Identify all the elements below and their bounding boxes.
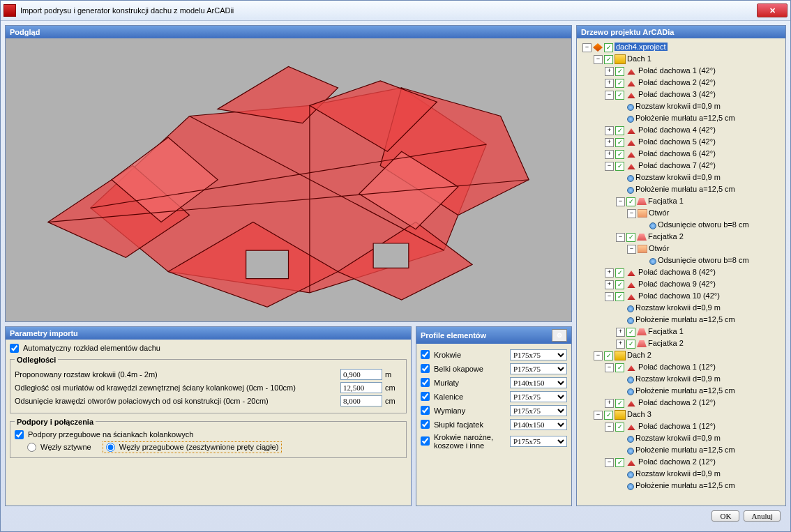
tree-checkbox[interactable]: ✓ <box>626 197 635 206</box>
expand-toggle[interactable]: − <box>605 91 614 100</box>
expand-toggle[interactable]: − <box>616 233 625 242</box>
expand-toggle[interactable]: − <box>605 162 614 171</box>
tree-checkbox[interactable]: ✓ <box>615 126 624 135</box>
expand-toggle[interactable]: + <box>605 126 614 135</box>
profile-checkbox-label[interactable]: Belki okapowe <box>421 364 506 373</box>
tree-checkbox[interactable]: ✓ <box>615 363 624 372</box>
tree-node[interactable]: Dach 2 <box>627 351 651 359</box>
tree-node[interactable]: Położenie murłatu a=12,5 cm <box>635 114 735 122</box>
tree-checkbox[interactable]: ✓ <box>615 399 624 408</box>
tree-checkbox[interactable]: ✓ <box>626 340 635 349</box>
tree-node[interactable]: Połać dachowa 2 (12°) <box>638 398 716 406</box>
tree-node[interactable]: Położenie murłatu a=12,5 cm <box>635 315 735 324</box>
expand-toggle[interactable]: − <box>605 423 614 432</box>
tree-checkbox[interactable]: ✓ <box>615 150 624 159</box>
opening-offset-input[interactable] <box>340 395 382 406</box>
tree-node[interactable]: Połać dachowa 1 (12°) <box>638 422 716 430</box>
expand-toggle[interactable]: + <box>605 280 614 289</box>
profile-select[interactable]: P175x75 <box>510 391 567 402</box>
tree-node[interactable]: Położenie murłatu a=12,5 cm <box>635 446 735 454</box>
expand-toggle[interactable]: − <box>605 292 614 301</box>
tree-checkbox[interactable]: ✓ <box>604 55 613 64</box>
tree-node[interactable]: Dach 3 <box>627 410 651 418</box>
tree-node[interactable]: Facjatka 1 <box>648 197 684 205</box>
tree-checkbox[interactable]: ✓ <box>615 91 624 100</box>
expand-toggle[interactable]: + <box>605 79 614 88</box>
expand-toggle[interactable]: − <box>616 197 625 206</box>
tree-node[interactable]: Rozstaw krokwii d=0,9 m <box>635 469 721 478</box>
profile-checkbox-label[interactable]: Słupki facjatek <box>421 420 506 429</box>
close-button[interactable]: ✕ <box>757 3 788 17</box>
tree-node[interactable]: Połać dachowa 10 (42°) <box>638 291 720 300</box>
tree-checkbox[interactable]: ✓ <box>604 43 613 52</box>
expand-toggle[interactable]: + <box>605 268 614 278</box>
hinged-supports-row[interactable]: Podpory przegubowe na ściankach kolankow… <box>15 430 402 439</box>
expand-toggle[interactable]: − <box>594 351 603 360</box>
expand-toggle[interactable]: + <box>605 67 614 76</box>
profile-select[interactable]: P175x75 <box>510 363 567 374</box>
expand-toggle[interactable]: − <box>605 363 614 372</box>
expand-toggle[interactable]: + <box>605 138 614 147</box>
expand-toggle[interactable]: − <box>582 43 592 52</box>
tree-node[interactable]: Połać dachowa 1 (12°) <box>638 363 716 371</box>
profile-checkbox-label[interactable]: Kalenice <box>421 392 506 401</box>
tree-node[interactable]: Połać dachowa 6 (42°) <box>638 149 716 158</box>
tree-node[interactable]: Połać dachowa 9 (42°) <box>638 280 716 288</box>
expand-toggle[interactable]: − <box>627 209 636 218</box>
auto-layout-checkbox-row[interactable]: Automatyczny rozkład elementów dachu <box>10 344 407 353</box>
hinged-supports-checkbox[interactable] <box>15 430 24 439</box>
tree-checkbox[interactable]: ✓ <box>615 423 624 432</box>
profile-checkbox[interactable] <box>421 406 430 415</box>
ok-button[interactable]: OK <box>711 510 739 522</box>
tree-node[interactable]: Odsunięcie otworu b=8 cm <box>658 256 749 264</box>
tree-node[interactable]: Połać dachowa 5 (42°) <box>638 137 716 146</box>
tree-node[interactable]: Rozstaw krokwii d=0,9 m <box>635 303 721 312</box>
tree-node[interactable]: Położenie murłatu a=12,5 cm <box>635 386 735 395</box>
tree-node[interactable]: Facjatka 2 <box>648 232 684 241</box>
profile-select[interactable]: P175x75 <box>510 436 567 447</box>
tree-node[interactable]: Rozstaw krokwii d=0,9 m <box>635 102 721 110</box>
expand-toggle[interactable]: − <box>594 411 603 420</box>
expand-toggle[interactable]: + <box>616 340 625 349</box>
tree-node[interactable]: Odsunięcie otworu b=8 cm <box>658 220 749 229</box>
profile-checkbox-label[interactable]: Krokwie narożne, koszowe i inne <box>421 433 506 450</box>
expand-toggle[interactable]: + <box>605 150 614 159</box>
profile-checkbox-label[interactable]: Murłaty <box>421 378 506 387</box>
tree-node[interactable]: Połać dachowa 7 (42°) <box>638 161 716 169</box>
profile-select[interactable]: P175x75 <box>510 349 567 360</box>
tree-node[interactable]: Otwór <box>649 208 669 217</box>
expand-toggle[interactable]: − <box>627 245 636 254</box>
profile-checkbox[interactable] <box>421 436 430 446</box>
auto-layout-checkbox[interactable] <box>10 344 19 353</box>
profile-checkbox[interactable] <box>421 420 430 429</box>
profile-select[interactable]: P140x150 <box>510 377 567 388</box>
tree-checkbox[interactable]: ✓ <box>615 138 624 147</box>
tree-checkbox[interactable]: ✓ <box>604 411 613 420</box>
profile-checkbox[interactable] <box>421 350 430 359</box>
tree-checkbox[interactable]: ✓ <box>626 233 635 242</box>
tree-node[interactable]: Położenie murłatu a=12,5 cm <box>635 185 735 193</box>
hinged-nodes-option[interactable]: Węzły przegubowe (zesztywnione pręty cią… <box>103 441 282 453</box>
tree-checkbox[interactable]: ✓ <box>615 162 624 171</box>
profile-select[interactable]: P175x75 <box>510 405 567 416</box>
tree-node[interactable]: Rozstaw krokwii d=0,9 m <box>635 434 721 442</box>
preview-viewport[interactable] <box>6 38 571 321</box>
cancel-button[interactable]: Anuluj <box>744 510 781 522</box>
expand-toggle[interactable]: − <box>594 55 603 64</box>
tree-node[interactable]: Połać dachowa 1 (42°) <box>638 66 716 75</box>
tree-node[interactable]: Dach 1 <box>627 54 651 63</box>
tree-node[interactable]: Facjatka 2 <box>648 339 684 347</box>
tree-node[interactable]: Połać dachowa 3 (42°) <box>638 90 716 98</box>
tree-node[interactable]: Połać dachowa 8 (42°) <box>638 268 716 276</box>
wallplate-distance-input[interactable] <box>340 382 382 393</box>
expand-toggle[interactable]: + <box>605 399 614 408</box>
expand-toggle[interactable]: + <box>616 328 625 337</box>
tree-checkbox[interactable]: ✓ <box>615 268 624 278</box>
profile-checkbox[interactable] <box>421 378 430 387</box>
profile-select[interactable]: P140x150 <box>510 419 567 430</box>
project-tree[interactable]: −✓dach4.xproject −✓Dach 1 +✓Połać dachow… <box>577 38 785 506</box>
tree-checkbox[interactable]: ✓ <box>615 292 624 301</box>
tree-checkbox[interactable]: ✓ <box>615 458 624 467</box>
tree-checkbox[interactable]: ✓ <box>615 79 624 88</box>
rigid-nodes-option[interactable]: Węzły sztywne <box>27 443 91 452</box>
